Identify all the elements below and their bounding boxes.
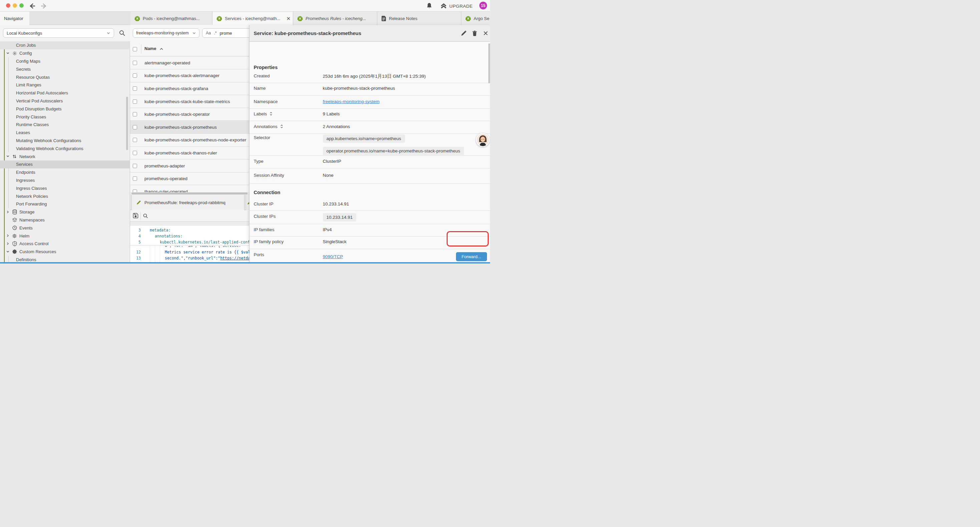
select-all-checkbox[interactable] [133, 47, 137, 51]
sidebar-item-helm[interactable]: Helm [0, 232, 130, 240]
property-link-namespace[interactable]: freeleaps-monitoring-system [323, 99, 380, 104]
line-content: second.","runbook_url":"https://netdata [165, 256, 249, 261]
row-checkbox[interactable] [133, 151, 137, 155]
table-row[interactable]: kube-prometheus-stack-grafana [130, 83, 249, 96]
sidebar-item-pod-disruption-budgets[interactable]: Pod Disruption Budgets [0, 105, 130, 113]
chevron-right-icon[interactable] [6, 210, 10, 214]
chevron-right-icon[interactable] [6, 242, 10, 246]
sidebar-item-validating-webhook-configurations[interactable]: Validating Webhook Configurations [0, 145, 130, 153]
row-checkbox[interactable] [133, 112, 137, 116]
tab-pods-icecheng-mathmas[interactable]: Pods - icecheng@mathmas... [130, 12, 213, 25]
sidebar-item-label: Leases [16, 130, 30, 135]
sidebar-item-config[interactable]: Config [0, 49, 130, 57]
chevron-down-icon[interactable] [6, 250, 10, 254]
sidebar-item-config-maps[interactable]: Config Maps [0, 57, 130, 65]
sidebar-item-services[interactable]: Services [0, 161, 130, 169]
property-value-created: 253d 16h 6m ago (2025年1月13日 GMT+8 1:25:3… [323, 73, 426, 80]
table-row[interactable]: kube-prometheus-stack-prometheus-node-ex… [130, 134, 249, 147]
sidebar-item-network-policies[interactable]: Network Policies [0, 192, 130, 200]
table-row[interactable]: kube-prometheus-stack-thanos-ruler [130, 147, 249, 160]
yaml-editor[interactable]: 3metadata:4annotations:5kubectl.kubernet… [130, 226, 249, 263]
upgrade-button[interactable]: UPGRADE [440, 2, 473, 10]
row-checkbox[interactable] [133, 177, 137, 181]
table-row[interactable]: prometheus-adapter [130, 159, 249, 172]
kubeconfig-selector[interactable]: Local Kubeconfigs [3, 29, 114, 38]
tab-prometheus-rules-icecheng[interactable]: Prometheus Rules - icecheng... [293, 12, 377, 25]
row-checkbox[interactable] [133, 73, 137, 78]
table-row[interactable]: alertmanager-operated [130, 57, 249, 70]
property-label-type: Type [254, 159, 264, 164]
row-checkbox[interactable] [133, 138, 137, 142]
window-minimize-button[interactable] [13, 3, 17, 8]
match-case-toggle[interactable]: Aa [206, 31, 211, 35]
sidebar-scrollbar[interactable] [126, 97, 128, 150]
sidebar-search-icon[interactable] [119, 30, 126, 37]
sidebar-item-ingress-classes[interactable]: Ingress Classes [0, 184, 130, 192]
regex-toggle[interactable]: .* [214, 31, 216, 35]
sidebar-item-storage[interactable]: Storage [0, 208, 130, 216]
drawer-scrollbar[interactable] [488, 43, 490, 83]
delete-icon[interactable] [472, 30, 478, 37]
close-icon[interactable]: ✕ [483, 29, 489, 35]
row-checkbox[interactable] [133, 61, 137, 65]
forward-button[interactable]: Forward... [456, 252, 487, 261]
namespace-filter-select[interactable]: freeleaps-monitoring-system [133, 29, 199, 38]
expand-collapse-icon[interactable] [269, 111, 273, 116]
sidebar-item-label: Pod Disruption Budgets [16, 107, 62, 111]
sidebar-item-limit-ranges[interactable]: Limit Ranges [0, 81, 130, 89]
sidebar-item-cron-jobs[interactable]: Cron Jobs [0, 41, 130, 49]
updown-icon [12, 154, 17, 159]
chevron-right-icon[interactable] [6, 234, 10, 238]
avatar[interactable] [476, 133, 490, 147]
table-row[interactable]: prometheus-operated [130, 172, 249, 185]
tab-release-notes[interactable]: Release Notes [377, 12, 461, 25]
edit-icon[interactable] [461, 30, 467, 37]
row-checkbox[interactable] [133, 164, 137, 168]
table-row[interactable]: kube-prometheus-stack-prometheus [130, 121, 249, 134]
tab-services-icecheng-math[interactable]: Services - icecheng@math...✕ [213, 12, 293, 25]
window-maximize-button[interactable] [19, 3, 24, 8]
sidebar-item-ingresses[interactable]: Ingresses [0, 177, 130, 185]
port-link[interactable]: 9090/TCP [323, 254, 343, 259]
label-text: Annotations [254, 124, 277, 129]
sidebar-item-mutating-webhook-configurations[interactable]: Mutating Webhook Configurations [0, 137, 130, 145]
tab-close-icon[interactable]: ✕ [286, 16, 291, 21]
sidebar-item-priority-classes[interactable]: Priority Classes [0, 113, 130, 121]
row-checkbox[interactable] [133, 99, 137, 104]
tab-argo-se[interactable]: Argo Se [461, 12, 490, 25]
sidebar-item-vertical-pod-autoscalers[interactable]: Vertical Pod Autoscalers [0, 97, 130, 105]
editor-tab-prometheusrule[interactable]: PrometheusRule: freeleaps-prod-rabbitmq [131, 195, 245, 210]
name-column-header[interactable]: Name [145, 46, 156, 51]
sidebar-item-events[interactable]: Events [0, 224, 130, 232]
sidebar-item-leases[interactable]: Leases [0, 129, 130, 137]
sidebar-item-custom-resources[interactable]: Custom Resources [0, 248, 130, 256]
row-checkbox[interactable] [133, 125, 137, 129]
sidebar-item-horizontal-pod-autoscalers[interactable]: Horizontal Pod Autoscalers [0, 89, 130, 97]
back-icon[interactable] [29, 2, 36, 10]
sidebar-item-namespaces[interactable]: Namespaces [0, 216, 130, 224]
chevron-down-icon[interactable] [6, 51, 10, 56]
window-close-button[interactable] [6, 3, 10, 8]
table-search-input[interactable]: Aa .* prome [202, 29, 249, 38]
editor-search-icon[interactable] [143, 213, 148, 218]
editor-tab-partial[interactable] [246, 195, 249, 210]
sidebar-item-access-control[interactable]: Access Control [0, 240, 130, 248]
sidebar-item-network[interactable]: Network [0, 153, 130, 161]
save-icon[interactable] [133, 213, 138, 218]
notification-count-badge[interactable]: 15 [479, 2, 487, 10]
horizontal-scrollbar[interactable] [130, 192, 249, 195]
sidebar-item-label: Runtime Classes [16, 122, 49, 127]
table-row[interactable]: kube-prometheus-stack-operator [130, 108, 249, 121]
table-row[interactable]: kube-prometheus-stack-alertmanager [130, 69, 249, 83]
row-checkbox[interactable] [133, 86, 137, 91]
table-row[interactable]: kube-prometheus-stack-kube-state-metrics [130, 95, 249, 108]
sidebar-item-endpoints[interactable]: Endpoints [0, 169, 130, 177]
sidebar-item-port-forwarding[interactable]: Port Forwarding [0, 200, 130, 208]
sidebar-item-resource-quotas[interactable]: Resource Quotas [0, 73, 130, 81]
sidebar-item-secrets[interactable]: Secrets [0, 65, 130, 73]
expand-collapse-icon[interactable] [280, 124, 283, 129]
notifications-bell-icon[interactable] [426, 3, 432, 10]
forward-icon[interactable] [40, 2, 48, 10]
chevron-down-icon[interactable] [6, 154, 10, 158]
sidebar-item-runtime-classes[interactable]: Runtime Classes [0, 121, 130, 129]
